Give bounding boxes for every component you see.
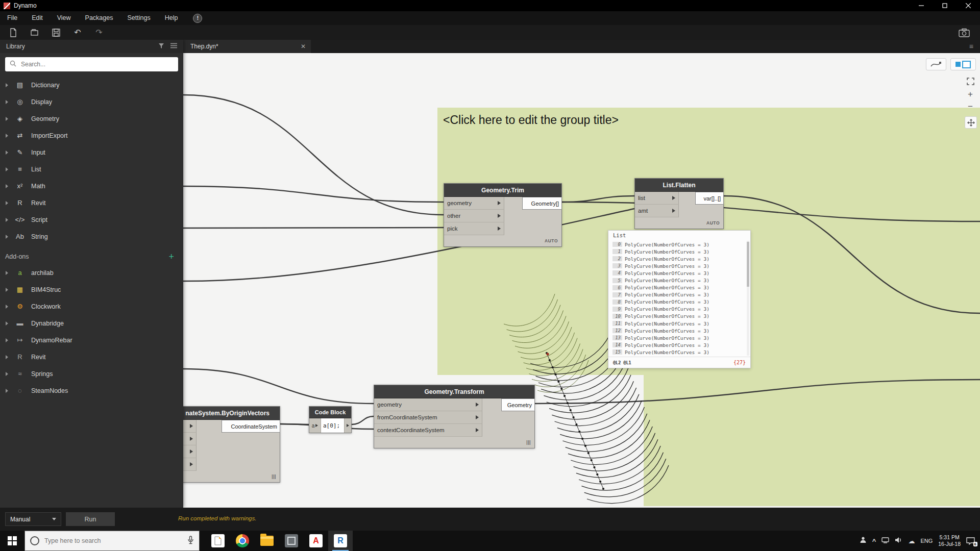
library-item-math[interactable]: x²Math [0, 178, 183, 194]
run-button[interactable]: Run [66, 512, 115, 526]
tab-close-icon[interactable]: ✕ [301, 43, 306, 50]
lacing-indicator[interactable]: ||| [526, 440, 531, 445]
addon-item-dynabridge[interactable]: ▬Dynabridge [0, 315, 183, 332]
taskbar-clock[interactable]: 5:31 PM 16-Jul-18 [938, 534, 961, 547]
people-icon[interactable] [860, 536, 867, 545]
redo-button[interactable]: ↷ [93, 27, 105, 38]
list-level-badge[interactable]: @L2 [613, 360, 621, 365]
addon-item-archilab[interactable]: aarchilab [0, 264, 183, 281]
menu-item-file[interactable]: File [0, 11, 24, 25]
addon-item-dynamorebar[interactable]: ↦DynamoRebar [0, 332, 183, 348]
node-code-block[interactable]: Code Block a a[0]; [309, 406, 352, 433]
input-port[interactable] [183, 458, 197, 471]
input-port[interactable]: fromCoordinateSystem [374, 411, 482, 424]
zoom-out-button[interactable]: − [965, 101, 976, 112]
library-item-geometry[interactable]: ◈Geometry [0, 110, 183, 127]
geometry-preview-toggle[interactable] [926, 58, 946, 70]
background-preview-toggle[interactable] [950, 58, 976, 70]
lacing-indicator[interactable]: AUTO [706, 220, 720, 226]
list-preview-scrollbar[interactable] [747, 241, 749, 356]
output-port[interactable] [344, 418, 351, 433]
pan-button[interactable] [965, 116, 977, 129]
pinned-app-icon-1[interactable] [206, 531, 230, 551]
output-port[interactable]: Geometry[] [522, 197, 562, 210]
node-coordinatesystem-byoriginvectors[interactable]: nateSystem.ByOriginVectors CoordinateSys… [183, 406, 280, 483]
onedrive-cloud-icon[interactable]: ☁ [908, 537, 915, 545]
output-port[interactable]: var[]..[] [695, 192, 724, 205]
volume-icon[interactable] [895, 536, 902, 545]
menu-item-help[interactable]: Help [158, 11, 185, 25]
add-package-icon[interactable]: + [168, 252, 178, 262]
input-port[interactable] [183, 445, 197, 458]
network-icon[interactable] [881, 536, 889, 545]
library-search[interactable] [5, 57, 178, 71]
lacing-indicator[interactable]: AUTO [545, 238, 558, 243]
taskbar-search-input[interactable] [43, 537, 183, 545]
library-item-display[interactable]: ◎Display [0, 93, 183, 110]
node-group[interactable] [644, 375, 980, 506]
library-view-icon[interactable] [170, 43, 177, 50]
microphone-icon[interactable] [187, 536, 194, 546]
library-item-revit[interactable]: RRevit [0, 194, 183, 211]
zoom-fit-button[interactable] [965, 76, 976, 87]
new-file-button[interactable] [8, 27, 19, 38]
chrome-icon[interactable] [230, 531, 255, 551]
export-image-camera-icon[interactable] [959, 27, 970, 38]
node-geometry-trim[interactable]: Geometry.Trim geometry other pick Geomet… [444, 183, 562, 247]
input-port[interactable] [183, 433, 197, 445]
addon-item-revit[interactable]: RRevit [0, 348, 183, 365]
addon-item-bim4struc[interactable]: ▦BIM4Struc [0, 281, 183, 298]
file-explorer-icon[interactable] [255, 531, 279, 551]
input-port[interactable]: geometry [374, 398, 482, 411]
save-button[interactable] [51, 27, 62, 38]
revit-icon[interactable]: R [328, 531, 353, 551]
input-port[interactable]: pick [444, 222, 504, 235]
output-port[interactable]: CoordinateSystem [222, 420, 280, 433]
graph-canvas[interactable]: <Click here to edit the group title> [183, 53, 980, 508]
menu-item-settings[interactable]: Settings [120, 11, 157, 25]
library-item-input[interactable]: ✎Input [0, 144, 183, 161]
menu-item-view[interactable]: View [50, 11, 78, 25]
group-title[interactable]: <Click here to edit the group title> [443, 113, 619, 127]
library-item-importexport[interactable]: ⇄ImportExport [0, 127, 183, 144]
input-port[interactable]: geometry [444, 197, 504, 210]
addon-item-clockwork[interactable]: ⚙Clockwork [0, 298, 183, 315]
taskbar-search[interactable] [24, 531, 200, 551]
menu-item-edit[interactable]: Edit [24, 11, 50, 25]
close-button[interactable] [957, 0, 980, 11]
node-list-flatten[interactable]: List.Flatten list amt var[]..[] AUTO [634, 178, 724, 229]
minimize-button[interactable] [910, 0, 933, 11]
list-level-badge[interactable]: @L1 [623, 360, 631, 365]
node-geometry-transform[interactable]: Geometry.Transform geometry fromCoordina… [374, 385, 535, 448]
undo-button[interactable]: ↶ [72, 27, 83, 38]
library-item-dictionary[interactable]: ▤Dictionary [0, 77, 183, 93]
list-preview-popup[interactable]: List 0PolyCurve(NumberOfCurves = 3)1Poly… [608, 230, 751, 368]
input-port[interactable]: list [635, 192, 679, 205]
input-port[interactable]: a [309, 418, 321, 433]
notifications-icon[interactable]: ! [193, 14, 202, 23]
acrobat-icon[interactable]: A [304, 531, 328, 551]
input-port[interactable]: other [444, 210, 504, 222]
tab-menu-icon[interactable]: ≡ [969, 42, 974, 51]
action-center-icon[interactable]: 6 [966, 537, 975, 545]
start-button[interactable] [0, 531, 24, 551]
maximize-button[interactable] [933, 0, 957, 11]
tab-thep-dyn[interactable]: Thep.dyn* ✕ [183, 40, 311, 53]
library-item-string[interactable]: AbString [0, 228, 183, 245]
addon-item-steamnodes[interactable]: ◌SteamNodes [0, 382, 183, 399]
search-input[interactable] [20, 60, 174, 68]
run-mode-dropdown[interactable]: Manual [5, 512, 61, 526]
code-block-code[interactable]: a[0]; [321, 418, 344, 433]
open-file-button[interactable] [29, 27, 40, 38]
output-port[interactable]: Geometry [501, 398, 535, 411]
zoom-in-button[interactable]: + [965, 89, 976, 100]
filter-icon[interactable] [158, 43, 164, 51]
lacing-indicator[interactable]: ||| [272, 474, 276, 479]
library-item-list[interactable]: ≡List [0, 161, 183, 178]
input-port[interactable] [183, 420, 197, 433]
addon-item-springs[interactable]: ≈Springs [0, 365, 183, 382]
input-port[interactable]: contextCoordinateSystem [374, 424, 482, 437]
menu-item-packages[interactable]: Packages [78, 11, 120, 25]
show-hidden-icons-chevron[interactable]: ^ [872, 537, 876, 545]
input-port[interactable]: amt [635, 205, 679, 217]
